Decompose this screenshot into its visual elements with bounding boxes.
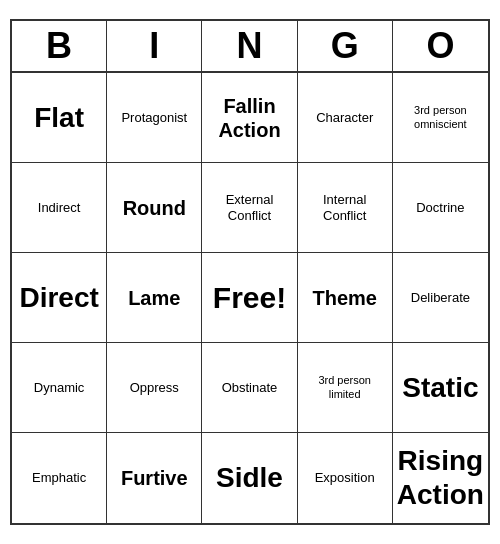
bingo-grid: FlatProtagonistFallin ActionCharacter3rd… (12, 73, 488, 523)
cell-text: Theme (312, 286, 376, 310)
cell-text: 3rd person omniscient (397, 104, 484, 130)
bingo-letter: B (12, 21, 107, 71)
cell-text: Dynamic (34, 380, 85, 396)
bingo-cell: Deliberate (393, 253, 488, 343)
bingo-cell: Dynamic (12, 343, 107, 433)
bingo-letter: G (298, 21, 393, 71)
cell-text: Static (402, 371, 478, 405)
cell-text: Doctrine (416, 200, 464, 216)
cell-text: Furtive (121, 466, 188, 490)
bingo-letter: O (393, 21, 488, 71)
bingo-cell: 3rd person limited (298, 343, 393, 433)
cell-text: Oppress (130, 380, 179, 396)
cell-text: Fallin Action (206, 94, 292, 142)
cell-text: Flat (34, 101, 84, 135)
cell-text: 3rd person limited (302, 374, 388, 400)
bingo-cell: Flat (12, 73, 107, 163)
bingo-cell: Doctrine (393, 163, 488, 253)
cell-text: Round (123, 196, 186, 220)
cell-text: Internal Conflict (302, 192, 388, 223)
cell-text: Protagonist (121, 110, 187, 126)
bingo-cell: Internal Conflict (298, 163, 393, 253)
bingo-cell: Character (298, 73, 393, 163)
cell-text: Character (316, 110, 373, 126)
bingo-cell: Exposition (298, 433, 393, 523)
cell-text: Direct (19, 281, 98, 315)
bingo-cell: Obstinate (202, 343, 297, 433)
bingo-cell: Rising Action (393, 433, 488, 523)
cell-text: Rising Action (397, 444, 484, 511)
cell-text: Sidle (216, 461, 283, 495)
bingo-cell: Emphatic (12, 433, 107, 523)
bingo-cell: Furtive (107, 433, 202, 523)
cell-text: Free! (213, 280, 286, 316)
bingo-cell: Protagonist (107, 73, 202, 163)
cell-text: External Conflict (206, 192, 292, 223)
bingo-cell: External Conflict (202, 163, 297, 253)
bingo-cell: Indirect (12, 163, 107, 253)
cell-text: Obstinate (222, 380, 278, 396)
bingo-cell: Oppress (107, 343, 202, 433)
bingo-header: BINGO (12, 21, 488, 73)
cell-text: Deliberate (411, 290, 470, 306)
bingo-cell: Sidle (202, 433, 297, 523)
bingo-cell: 3rd person omniscient (393, 73, 488, 163)
bingo-cell: Fallin Action (202, 73, 297, 163)
bingo-cell: Theme (298, 253, 393, 343)
bingo-cell: Round (107, 163, 202, 253)
bingo-letter: I (107, 21, 202, 71)
bingo-cell: Free! (202, 253, 297, 343)
bingo-letter: N (202, 21, 297, 71)
bingo-cell: Static (393, 343, 488, 433)
bingo-cell: Direct (12, 253, 107, 343)
bingo-card: BINGO FlatProtagonistFallin ActionCharac… (10, 19, 490, 525)
cell-text: Emphatic (32, 470, 86, 486)
cell-text: Indirect (38, 200, 81, 216)
cell-text: Lame (128, 286, 180, 310)
cell-text: Exposition (315, 470, 375, 486)
bingo-cell: Lame (107, 253, 202, 343)
